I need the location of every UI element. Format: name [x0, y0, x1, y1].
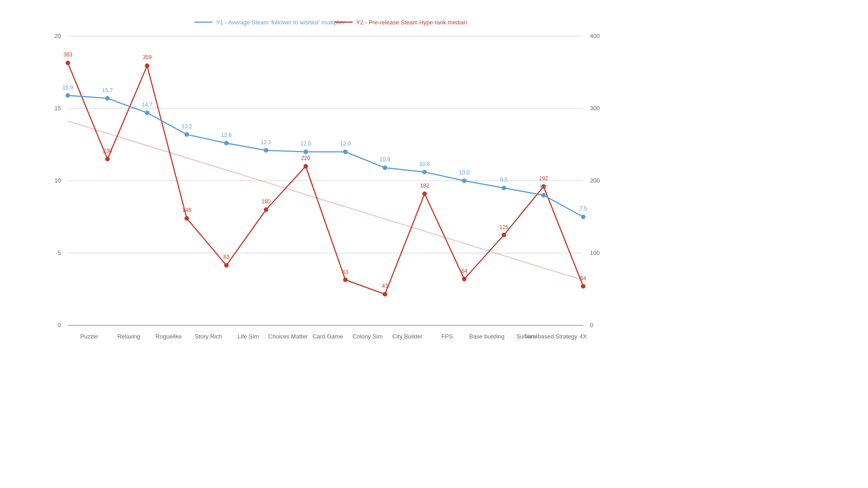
y1-point-11 [502, 186, 506, 190]
y2-point-13 [581, 284, 585, 289]
y1-label-0: 15.9 [62, 84, 73, 91]
y1-point-13 [581, 215, 585, 219]
y-axis-left-5: 5 [58, 249, 61, 256]
y2-label-7: 63 [342, 269, 349, 276]
y2-label-8: 43 [382, 283, 388, 289]
y1-point-0 [66, 93, 70, 98]
y2-label-12: 192 [539, 175, 548, 182]
y1-point-4 [224, 141, 229, 145]
y2-label-9: 182 [420, 183, 429, 189]
y1-label-8: 10.9 [380, 156, 391, 163]
y1-point-5 [264, 148, 269, 153]
y-axis-right-200: 200 [590, 177, 600, 184]
y2-point-4 [224, 263, 229, 267]
y2-label-2: 359 [142, 54, 151, 61]
x-label-puzzle: Puzzle [80, 333, 98, 340]
x-label-fps: FPS [441, 333, 453, 340]
y1-point-9 [422, 170, 427, 174]
y2-point-2 [145, 64, 149, 68]
y-axis-right-100: 100 [590, 249, 600, 256]
y2-point-11 [502, 233, 506, 237]
legend-y1-label: Y1 - Average Steam 'follower to wishlist… [216, 19, 345, 26]
y1-label-5: 12.1 [261, 139, 272, 145]
y2-point-7 [343, 277, 348, 282]
x-label-city-builder: City Builder [392, 333, 423, 340]
y2-point-3 [184, 216, 189, 221]
y1-point-1 [105, 96, 110, 101]
y1-point-6 [303, 150, 308, 154]
y-axis-left-0: 0 [58, 322, 61, 328]
trend-line [68, 121, 583, 280]
y1-point-3 [184, 132, 189, 137]
y-axis-right-300: 300 [590, 105, 600, 112]
y1-label-12: 9.0 [540, 184, 547, 190]
y1-point-7 [343, 150, 348, 154]
y1-point-10 [462, 178, 467, 183]
chart-container: Y1 - Average Steam 'follower to wishlist… [0, 0, 868, 488]
y2-label-10: 64 [461, 268, 467, 274]
y2-label-3: 148 [182, 207, 191, 213]
x-label-base-building: Base building [469, 333, 505, 340]
y1-label-3: 13.2 [181, 123, 192, 130]
x-label-4x: 4X [580, 333, 587, 340]
y1-point-12 [541, 193, 546, 197]
x-label-life-sim: Life Sim [238, 333, 259, 340]
y2-point-5 [264, 207, 269, 212]
y-axis-right-0: 0 [590, 322, 593, 328]
y1-label-13: 7.5 [580, 206, 587, 212]
y1-label-11: 9.5 [500, 177, 508, 183]
x-label-relaxing: Relaxing [118, 333, 141, 340]
y2-label-11: 125 [500, 224, 509, 230]
y2-point-9 [422, 192, 427, 196]
y2-label-5: 160 [261, 198, 270, 205]
y2-point-1 [105, 157, 110, 161]
x-label-card-game: Card Game [312, 333, 343, 340]
y-axis-right-400: 400 [590, 33, 600, 39]
y2-label-1: 230 [103, 148, 112, 154]
y2-label-13: 54 [580, 275, 586, 282]
y1-label-6: 12.0 [301, 141, 311, 147]
y2-point-0 [66, 61, 70, 65]
y2-label-6: 220 [301, 155, 310, 161]
x-label-roguelike: Roguelike [156, 333, 182, 340]
y1-point-2 [145, 111, 149, 115]
y2-point-10 [462, 277, 467, 282]
y1-label-10: 10.0 [459, 169, 470, 176]
y1-label-9: 10.6 [420, 161, 430, 167]
y-axis-left-20: 20 [55, 33, 61, 39]
y-axis-left-15: 15 [55, 105, 61, 112]
chart-svg: Y1 - Average Steam 'follower to wishlist… [0, 0, 868, 488]
y1-label-2: 14.7 [142, 102, 153, 108]
y1-label-7: 12.0 [340, 141, 351, 147]
y2-label-0: 363 [63, 52, 72, 58]
x-label-choices-matter: Choices Matter [268, 333, 308, 340]
x-label-turn-based-strategy: Turn-based Strategy [524, 333, 578, 340]
x-label-story-rich: Story Rich [195, 333, 222, 340]
legend-y2-label: Y2 - Pre-release Steam Hype rank median [356, 19, 467, 26]
y-axis-left-10: 10 [55, 177, 61, 184]
y1-point-8 [383, 165, 387, 170]
y2-point-8 [383, 292, 387, 296]
y1-label-1: 15.7 [102, 87, 113, 94]
y1-label-4: 12.6 [221, 132, 232, 138]
y2-label-4: 83 [223, 254, 230, 260]
y2-point-6 [303, 164, 308, 169]
x-label-colony-sim: Colony Sim [353, 333, 382, 340]
